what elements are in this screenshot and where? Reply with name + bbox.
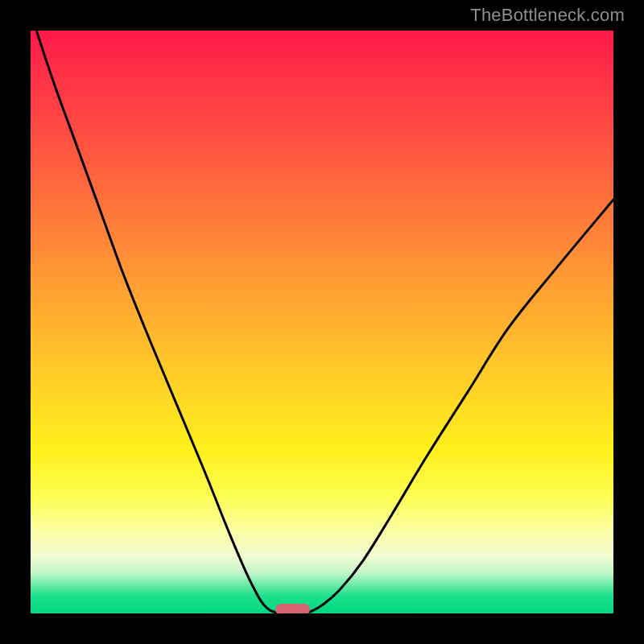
left-curve [36,31,281,613]
chart-frame: TheBottleneck.com [0,0,644,644]
curve-layer [31,31,613,613]
watermark-text: TheBottleneck.com [470,5,625,26]
plot-area [31,31,613,613]
optimal-marker [275,604,310,613]
right-curve [304,200,613,613]
